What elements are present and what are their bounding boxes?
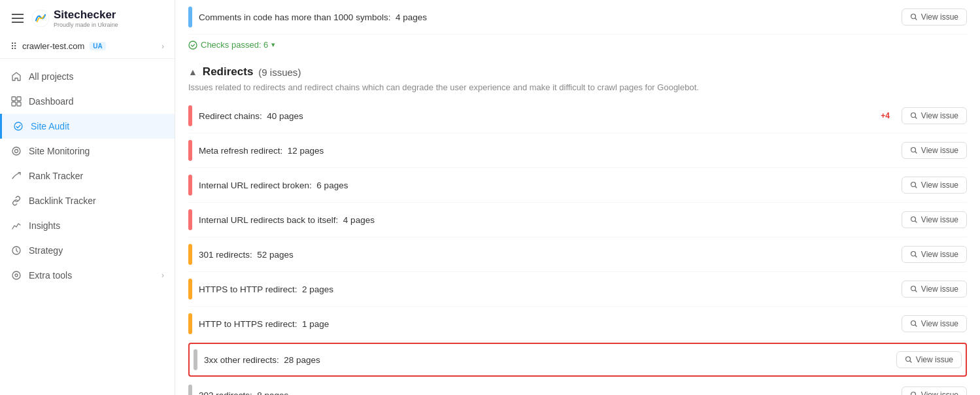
sidebar-header: Sitechecker Proudly made in Ukraine — [0, 0, 175, 36]
indicator-red-internal — [188, 175, 192, 196]
sidebar-label-site-audit: Site Audit — [31, 121, 69, 131]
search-icon — [910, 181, 918, 189]
redirects-title: Redirects — [203, 65, 253, 78]
sidebar-item-strategy[interactable]: Strategy — [0, 238, 175, 263]
hamburger-menu[interactable] — [10, 12, 25, 24]
checks-passed-top[interactable]: Checks passed: 6 ▾ — [188, 35, 967, 55]
redirects-toggle[interactable]: ▲ — [188, 67, 197, 77]
redirects-issues-badge: (9 issues) — [258, 67, 301, 78]
svg-point-15 — [911, 182, 915, 187]
top-issue-row: Comments in code has more than 1000 symb… — [188, 0, 967, 35]
sidebar-item-site-monitoring[interactable]: Site Monitoring — [0, 139, 175, 163]
view-issue-302[interactable]: View issue — [902, 386, 967, 395]
search-icon — [910, 146, 918, 154]
view-issue-redirect-chains[interactable]: View issue — [902, 107, 967, 124]
project-selector[interactable]: ⠿ crawler-test.com UA › — [0, 36, 175, 59]
top-view-issue-button[interactable]: View issue — [902, 9, 967, 26]
sidebar-label-all-projects: All projects — [29, 71, 73, 82]
svg-point-11 — [911, 14, 915, 19]
sidebar-item-backlink-tracker[interactable]: Backlink Tracker — [0, 188, 175, 213]
issue-text-http-https: HTTP to HTTPS redirect: 1 page — [199, 319, 895, 329]
search-icon — [910, 320, 918, 328]
indicator-red-self — [188, 209, 192, 230]
extra-tools-chevron-icon: › — [161, 271, 164, 280]
issue-row-http-https: HTTP to HTTPS redirect: 1 page View issu… — [188, 307, 967, 341]
indicator-blue — [188, 7, 192, 27]
view-issue-internal-broken[interactable]: View issue — [902, 177, 967, 194]
issue-row-301: 301 redirects: 52 pages View issue — [188, 237, 967, 272]
project-chevron-icon: › — [161, 42, 164, 51]
search-icon — [905, 356, 913, 364]
issue-row-redirect-chains: Redirect chains: 40 pages +4 View issue — [188, 99, 967, 133]
svg-point-6 — [12, 147, 20, 155]
svg-rect-3 — [12, 102, 16, 106]
view-issue-http-https[interactable]: View issue — [902, 315, 967, 332]
svg-point-5 — [14, 122, 22, 130]
svg-point-12 — [189, 41, 197, 49]
sidebar-item-all-projects[interactable]: All projects — [0, 64, 175, 89]
search-icon — [910, 250, 918, 258]
issue-row-internal-broken: Internal URL redirect broken: 6 pages Vi… — [188, 168, 967, 203]
svg-point-16 — [911, 217, 915, 222]
view-issue-3xx[interactable]: View issue — [896, 351, 962, 368]
svg-point-13 — [911, 113, 915, 118]
strategy-icon — [10, 245, 22, 256]
issue-text-https-http: HTTPS to HTTP redirect: 2 pages — [199, 284, 895, 294]
issue-text-internal-self: Internal URL redirects back to itself: 4… — [199, 215, 895, 225]
logo-name: Sitechecker — [54, 9, 118, 22]
search-icon — [910, 216, 918, 224]
view-issue-https-http[interactable]: View issue — [902, 281, 967, 298]
search-icon — [910, 285, 918, 293]
svg-point-21 — [911, 392, 915, 396]
issue-text-meta-refresh: Meta refresh redirect: 12 pages — [199, 146, 895, 156]
sidebar-label-site-monitoring: Site Monitoring — [29, 146, 90, 156]
sidebar-label-strategy: Strategy — [29, 245, 63, 256]
logo: Sitechecker Proudly made in Ukraine — [31, 9, 118, 28]
top-issue-text: Comments in code has more than 1000 symb… — [199, 12, 895, 22]
indicator-red-chains — [188, 105, 192, 126]
grid-icon: ⠿ — [10, 41, 17, 52]
checks-chevron-icon: ▾ — [271, 41, 275, 49]
view-issue-internal-self[interactable]: View issue — [902, 211, 967, 228]
issue-text-302: 302 redirects: 8 pages — [199, 390, 895, 396]
issue-text-301: 301 redirects: 52 pages — [199, 250, 895, 260]
home-icon — [10, 71, 22, 82]
project-name: crawler-test.com — [22, 41, 84, 51]
svg-point-10 — [12, 271, 20, 279]
issue-row-internal-self: Internal URL redirects back to itself: 4… — [188, 203, 967, 237]
sidebar-item-insights[interactable]: Insights — [0, 213, 175, 238]
svg-rect-1 — [12, 97, 16, 101]
svg-point-20 — [905, 357, 910, 362]
extra-tools-icon — [10, 269, 22, 281]
svg-point-7 — [15, 149, 18, 152]
sidebar-label-insights: Insights — [29, 220, 60, 231]
sidebar-nav: All projects Dashboard Site Audit Site M… — [0, 59, 175, 293]
sidebar-label-dashboard: Dashboard — [29, 96, 74, 107]
svg-rect-2 — [17, 97, 21, 101]
audit-icon — [12, 120, 24, 132]
monitoring-icon — [10, 145, 22, 157]
sidebar-item-site-audit[interactable]: Site Audit — [0, 114, 175, 139]
search-icon — [910, 13, 918, 21]
svg-point-19 — [911, 321, 915, 326]
sidebar: Sitechecker Proudly made in Ukraine ⠿ cr… — [0, 0, 175, 395]
svg-point-18 — [911, 286, 915, 291]
logo-icon — [31, 9, 50, 27]
redirects-description: Issues related to redirects and redirect… — [188, 82, 967, 92]
issue-text-internal-broken: Internal URL redirect broken: 6 pages — [199, 180, 895, 190]
sidebar-label-rank-tracker: Rank Tracker — [29, 171, 83, 181]
svg-rect-4 — [17, 102, 21, 106]
view-issue-301[interactable]: View issue — [902, 246, 967, 263]
issue-row-https-http: HTTPS to HTTP redirect: 2 pages View iss… — [188, 272, 967, 307]
redirects-section-header: ▲ Redirects (9 issues) — [188, 65, 967, 78]
view-issue-meta-refresh[interactable]: View issue — [902, 142, 967, 159]
insights-icon — [10, 220, 22, 232]
backlink-icon — [10, 195, 22, 207]
project-badge: UA — [90, 42, 105, 50]
sidebar-item-dashboard[interactable]: Dashboard — [0, 89, 175, 114]
check-circle-icon — [188, 41, 197, 50]
sidebar-item-extra-tools[interactable]: Extra tools › — [0, 263, 175, 288]
issue-row-meta-refresh: Meta refresh redirect: 12 pages View iss… — [188, 133, 967, 168]
sidebar-item-rank-tracker[interactable]: Rank Tracker — [0, 163, 175, 188]
logo-text: Sitechecker Proudly made in Ukraine — [54, 9, 118, 28]
